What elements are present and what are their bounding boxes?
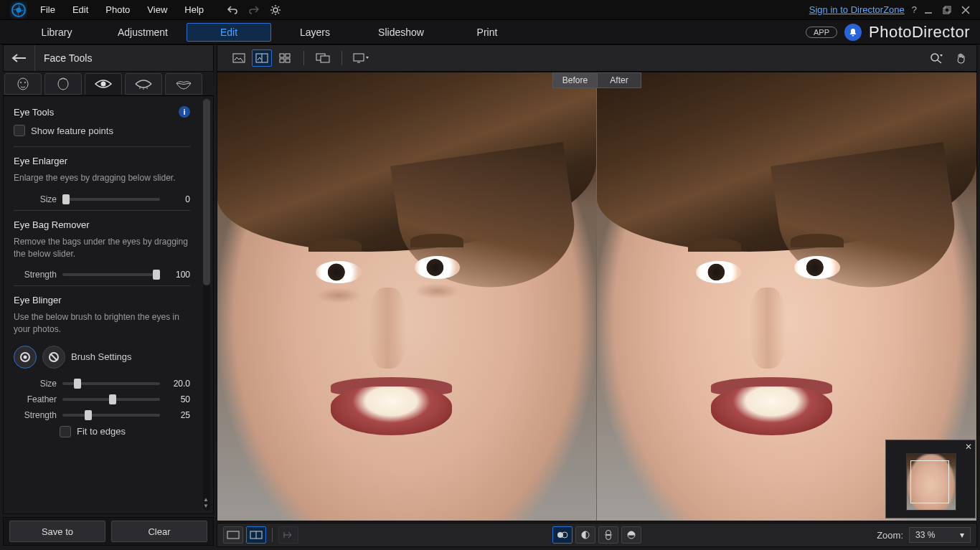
undo-icon[interactable]	[227, 5, 238, 15]
brush-feather-slider[interactable]	[62, 398, 160, 401]
navigator-close-icon[interactable]: ✕	[965, 442, 972, 452]
info-icon[interactable]: i	[179, 106, 190, 118]
app-title: PhotoDirector	[869, 23, 970, 42]
svg-point-6	[20, 82, 22, 83]
svg-rect-3	[943, 8, 949, 14]
eye-enlarger-size-label: Size	[14, 194, 57, 204]
svg-point-7	[24, 82, 26, 83]
save-to-button[interactable]: Save to	[9, 521, 105, 542]
app-pill[interactable]: APP	[806, 27, 837, 38]
secondary-monitor-icon[interactable]	[313, 49, 333, 67]
eye-enlarger-size-slider[interactable]	[62, 198, 160, 201]
svg-point-2	[273, 8, 278, 12]
svg-rect-16	[286, 54, 290, 57]
settings-gear-icon[interactable]	[270, 4, 281, 16]
redo-icon[interactable]	[248, 5, 260, 15]
eye-blinger-title: Eye Blinger	[14, 295, 190, 305]
fit-to-edges-checkbox[interactable]: Fit to edges	[60, 426, 190, 437]
eye-bag-desc: Remove the bags under the eyes by draggi…	[14, 236, 190, 260]
preview-before	[217, 72, 597, 521]
compare-before-tab[interactable]: Before	[552, 72, 597, 88]
brush-strength-slider[interactable]	[62, 414, 160, 417]
compare-side-icon[interactable]	[552, 526, 573, 544]
menu-file[interactable]: File	[32, 4, 64, 15]
eye-enlarger-desc: Enlarge the eyes by dragging below slide…	[14, 172, 190, 184]
facetab-eye-closed[interactable]	[125, 73, 162, 95]
notification-bell-icon[interactable]	[844, 24, 862, 41]
window-close-icon[interactable]	[961, 6, 974, 14]
svg-point-5	[18, 78, 28, 90]
view-single-icon[interactable]	[229, 49, 249, 67]
eye-bag-strength-value: 100	[166, 270, 190, 280]
nav-library[interactable]: Library	[14, 23, 99, 42]
show-feature-points-checkbox[interactable]: Show feature points	[14, 125, 190, 136]
svg-point-22	[931, 54, 938, 61]
eye-enlarger-title: Eye Enlarger	[14, 156, 190, 166]
svg-rect-20	[321, 56, 329, 62]
help-icon[interactable]: ?	[912, 4, 917, 15]
app-logo[interactable]	[6, 0, 32, 20]
brush-feather-value: 50	[166, 394, 190, 404]
canvas-viewport[interactable]: Before After	[217, 72, 977, 521]
layout-single-icon[interactable]	[223, 526, 243, 544]
facetab-face-shape[interactable]	[4, 73, 42, 95]
brush-size-slider[interactable]	[62, 382, 160, 385]
facetab-mouth[interactable]	[165, 73, 202, 95]
svg-rect-23	[227, 531, 239, 539]
eye-bag-title: Eye Bag Remover	[14, 219, 190, 230]
section-eye-tools: Eye Tools	[14, 107, 54, 118]
facetab-eye-open[interactable]	[85, 73, 122, 95]
hand-tool-icon[interactable]	[951, 49, 971, 67]
brush-erase-button[interactable]	[42, 346, 65, 369]
compare-split-v-icon[interactable]	[575, 526, 595, 544]
window-minimize-icon[interactable]	[924, 6, 937, 14]
menu-help[interactable]: Help	[176, 4, 212, 15]
view-compare-icon[interactable]	[252, 49, 272, 67]
svg-rect-18	[286, 59, 290, 62]
svg-rect-15	[280, 54, 284, 57]
zoom-value: 33 %	[915, 530, 935, 540]
eye-bag-strength-slider[interactable]	[62, 273, 160, 276]
display-dropdown-icon[interactable]	[351, 49, 371, 67]
navigator-panel[interactable]: ✕	[885, 440, 976, 518]
zoom-tool-icon[interactable]	[926, 49, 946, 67]
signin-link[interactable]: Sign in to DirectorZone	[809, 4, 905, 15]
svg-rect-17	[280, 59, 284, 62]
panel-scrollbar[interactable]	[203, 99, 210, 511]
nav-layers[interactable]: Layers	[273, 23, 357, 42]
layout-split-icon[interactable]	[246, 526, 266, 544]
svg-point-8	[58, 78, 68, 90]
panel-collapse-toggle[interactable]: ▲▼	[202, 496, 210, 509]
svg-point-11	[24, 355, 27, 359]
nav-edit[interactable]: Edit	[187, 23, 271, 42]
zoom-label: Zoom:	[877, 530, 903, 541]
nav-adjustment[interactable]: Adjustment	[100, 23, 185, 42]
chevron-down-icon: ▾	[960, 530, 964, 540]
eye-blinger-desc: Use the below brush to brighten the eyes…	[14, 311, 190, 336]
nav-slideshow[interactable]: Slideshow	[359, 23, 443, 42]
show-feature-points-label: Show feature points	[31, 125, 113, 136]
facetab-skin[interactable]	[44, 73, 82, 95]
brush-strength-value: 25	[166, 410, 190, 420]
view-grid-icon[interactable]	[275, 49, 295, 67]
history-step-icon[interactable]	[278, 526, 298, 544]
brush-add-button[interactable]	[14, 346, 37, 369]
zoom-select[interactable]: 33 % ▾	[909, 527, 971, 543]
window-maximize-icon[interactable]	[943, 6, 956, 14]
menu-view[interactable]: View	[138, 4, 176, 15]
brush-size-value: 20.0	[166, 379, 190, 389]
panel-back-button[interactable]	[4, 45, 35, 71]
menu-photo[interactable]: Photo	[97, 4, 138, 15]
compare-top-bottom-icon[interactable]	[598, 526, 618, 544]
panel-title: Face Tools	[35, 52, 92, 64]
brush-settings-label: Brush Settings	[71, 351, 132, 362]
nav-print[interactable]: Print	[445, 23, 529, 42]
brush-size-label: Size	[14, 379, 57, 389]
compare-after-tab[interactable]: After	[597, 72, 641, 88]
navigator-viewport-box[interactable]	[910, 460, 949, 503]
brush-feather-label: Feather	[14, 394, 57, 404]
eye-enlarger-size-value: 0	[166, 194, 190, 204]
clear-button[interactable]: Clear	[111, 521, 207, 542]
menu-edit[interactable]: Edit	[64, 4, 97, 15]
compare-split-h-icon[interactable]	[621, 526, 641, 544]
